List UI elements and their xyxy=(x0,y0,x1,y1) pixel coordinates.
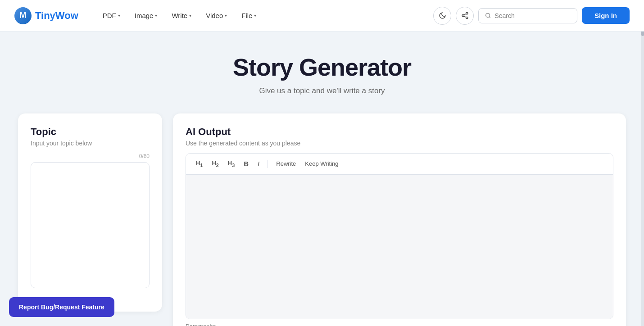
logo-icon: M xyxy=(14,7,32,24)
page-header: Story Generator Give us a topic and we'l… xyxy=(18,53,626,95)
toolbar-rewrite-button[interactable]: Rewrite xyxy=(273,158,299,169)
toolbar-h2-button[interactable]: H2 xyxy=(209,158,221,170)
search-box[interactable] xyxy=(478,8,577,23)
chevron-down-icon: ▾ xyxy=(189,13,191,18)
editor-toolbar: H1 H2 H3 B I Rewrite Keep Writing xyxy=(186,154,613,175)
svg-line-3 xyxy=(464,16,466,18)
page-subtitle: Give us a topic and we'll write a story xyxy=(18,86,626,95)
ai-output-card: AI Output Use the generated content as y… xyxy=(173,113,626,326)
navbar: M TinyWow PDF ▾ Image ▾ Write ▾ Video ▾ … xyxy=(0,0,644,32)
svg-line-4 xyxy=(464,14,466,15)
nav-item-video[interactable]: Video ▾ xyxy=(200,8,233,23)
toolbar-italic-button[interactable]: I xyxy=(255,158,262,169)
cards-row: Topic Input your topic below 0/60 AI Out… xyxy=(18,113,626,326)
share-icon xyxy=(461,12,469,19)
paragraphs-label: Paragraphs xyxy=(186,323,613,326)
topic-card: Topic Input your topic below 0/60 xyxy=(18,113,162,312)
report-bug-button[interactable]: Report Bug/Request Feature xyxy=(9,297,114,317)
nav-items: PDF ▾ Image ▾ Write ▾ Video ▾ File ▾ xyxy=(96,8,433,23)
nav-item-pdf[interactable]: PDF ▾ xyxy=(96,8,127,23)
nav-item-file[interactable]: File ▾ xyxy=(235,8,263,23)
svg-point-1 xyxy=(462,14,464,16)
chevron-down-icon: ▾ xyxy=(225,13,227,18)
dark-mode-button[interactable] xyxy=(433,7,451,25)
topic-card-title: Topic xyxy=(31,126,150,138)
topic-card-subtitle: Input your topic below xyxy=(31,140,150,147)
toolbar-keep-writing-button[interactable]: Keep Writing xyxy=(302,158,341,169)
editor-body[interactable] xyxy=(186,175,613,319)
toolbar-bold-button[interactable]: B xyxy=(241,158,251,169)
nav-item-image[interactable]: Image ▾ xyxy=(128,8,164,23)
chevron-down-icon: ▾ xyxy=(118,13,120,18)
moon-icon xyxy=(439,12,446,19)
svg-line-6 xyxy=(489,17,490,18)
search-input[interactable] xyxy=(494,12,571,19)
logo-text: TinyWow xyxy=(35,10,78,22)
chevron-down-icon: ▾ xyxy=(254,13,256,18)
svg-point-0 xyxy=(466,12,467,14)
nav-item-write[interactable]: Write ▾ xyxy=(165,8,198,23)
editor-container: H1 H2 H3 B I Rewrite Keep Writing xyxy=(186,153,613,319)
svg-point-5 xyxy=(486,14,490,18)
share-button[interactable] xyxy=(456,7,474,25)
ai-output-title: AI Output xyxy=(186,126,613,138)
main-content: Story Generator Give us a topic and we'l… xyxy=(0,32,644,326)
logo[interactable]: M TinyWow xyxy=(14,7,78,24)
svg-point-2 xyxy=(466,17,467,18)
topic-textarea[interactable] xyxy=(31,162,150,288)
toolbar-h3-button[interactable]: H3 xyxy=(225,158,237,170)
toolbar-h1-button[interactable]: H1 xyxy=(193,158,205,170)
page-title: Story Generator xyxy=(18,53,626,81)
search-icon xyxy=(485,12,491,19)
toolbar-divider xyxy=(268,160,268,168)
char-count: 0/60 xyxy=(31,153,150,159)
nav-right: Sign In xyxy=(433,7,630,25)
ai-output-subtitle: Use the generated content as you please xyxy=(186,140,613,147)
scrollbar-track xyxy=(641,0,644,326)
chevron-down-icon: ▾ xyxy=(155,13,157,18)
signin-button[interactable]: Sign In xyxy=(582,7,630,24)
